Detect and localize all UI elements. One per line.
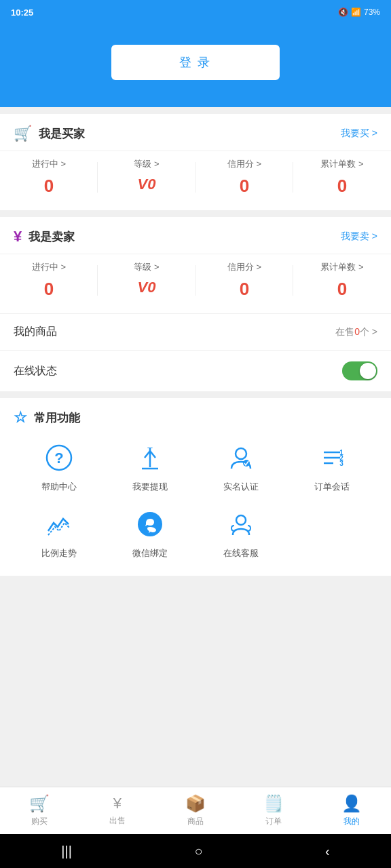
function-wechat-label: 微信绑定 bbox=[132, 547, 168, 559]
buyer-stat-total[interactable]: 累计单数 > 0 bbox=[293, 158, 391, 197]
online-status-row: 在线状态 bbox=[0, 350, 391, 391]
function-order-chat[interactable]: 1 2 3 订单会话 bbox=[286, 440, 377, 493]
status-bar: 10:25 🔇 📶 73% bbox=[0, 0, 391, 24]
seller-stat-ongoing-label: 进行中 > bbox=[32, 261, 66, 273]
buyer-stat-level-value: V0 bbox=[138, 176, 156, 193]
seller-stat-credit-label: 信用分 > bbox=[227, 261, 261, 273]
cart-icon: 🛒 bbox=[14, 125, 32, 142]
seller-stat-ongoing[interactable]: 进行中 > 0 bbox=[0, 261, 98, 300]
buyer-link[interactable]: 我要买 > bbox=[341, 127, 377, 140]
seller-link[interactable]: 我要卖 > bbox=[341, 231, 377, 243]
seller-stat-level-value: V0 bbox=[138, 279, 156, 296]
time-display: 10:25 bbox=[11, 7, 33, 18]
function-verify[interactable]: 实名认证 bbox=[196, 440, 286, 493]
nav-sell-icon: ¥ bbox=[113, 795, 122, 812]
buyer-stat-total-label: 累计单数 > bbox=[320, 158, 363, 170]
wechat-icon bbox=[132, 507, 168, 542]
login-button[interactable]: 登 录 bbox=[111, 45, 279, 80]
seller-section-header: ¥ 我是卖家 我要卖 > bbox=[0, 217, 391, 254]
function-service-label: 在线客服 bbox=[223, 547, 259, 559]
online-status-label: 在线状态 bbox=[14, 364, 57, 378]
function-trend-label: 比例走势 bbox=[41, 547, 77, 559]
buyer-stat-ongoing[interactable]: 进行中 > 0 bbox=[0, 158, 98, 197]
functions-title: ☆ 常用功能 bbox=[14, 409, 377, 427]
svg-text:?: ? bbox=[54, 450, 63, 467]
function-help[interactable]: ? 帮助中心 bbox=[14, 440, 105, 493]
svg-text:3: 3 bbox=[339, 460, 343, 467]
seller-stat-credit[interactable]: 信用分 > 0 bbox=[196, 261, 293, 300]
seller-stat-credit-value: 0 bbox=[240, 279, 249, 300]
nav-order-icon: 🗒️ bbox=[263, 794, 284, 813]
nav-order-label: 订单 bbox=[265, 816, 282, 827]
buyer-title: 🛒 我是买家 bbox=[14, 125, 85, 142]
bottom-nav: 🛒 购买 ¥ 出售 📦 商品 🗒️ 订单 👤 我的 bbox=[0, 787, 391, 834]
buyer-stats-row: 进行中 > 0 等级 > V0 信用分 > 0 累计单数 > 0 bbox=[0, 151, 391, 210]
withdraw-icon: T bbox=[132, 440, 168, 475]
nav-order[interactable]: 🗒️ 订单 bbox=[235, 794, 313, 827]
home-button[interactable]: ○ bbox=[194, 844, 202, 859]
my-products-row[interactable]: 我的商品 在售0个 > bbox=[0, 313, 391, 350]
my-products-label: 我的商品 bbox=[14, 325, 57, 339]
nav-goods[interactable]: 📦 商品 bbox=[156, 794, 234, 827]
online-status-toggle[interactable] bbox=[342, 361, 377, 380]
trend-icon bbox=[41, 507, 77, 542]
buyer-title-text: 我是买家 bbox=[39, 126, 85, 142]
function-help-label: 帮助中心 bbox=[41, 481, 77, 493]
svg-point-6 bbox=[243, 460, 250, 467]
nav-goods-label: 商品 bbox=[187, 816, 204, 827]
buyer-stat-credit[interactable]: 信用分 > 0 bbox=[196, 158, 293, 197]
function-service[interactable]: 在线客服 bbox=[196, 507, 286, 559]
buyer-card: 🛒 我是买家 我要买 > 进行中 > 0 等级 > V0 信用分 > 0 累计单… bbox=[0, 114, 391, 210]
nav-sell[interactable]: ¥ 出售 bbox=[78, 795, 156, 827]
status-icons: 🔇 📶 73% bbox=[338, 7, 380, 17]
nav-buy[interactable]: 🛒 购买 bbox=[0, 794, 78, 827]
verify-icon bbox=[223, 440, 259, 475]
functions-title-text: 常用功能 bbox=[34, 410, 80, 426]
system-nav-bar: ||| ○ ‹ bbox=[0, 834, 391, 868]
nav-mine-icon: 👤 bbox=[341, 794, 362, 813]
seller-stat-level[interactable]: 等级 > V0 bbox=[98, 261, 196, 300]
nav-goods-icon: 📦 bbox=[185, 794, 206, 813]
seller-stat-total-value: 0 bbox=[337, 279, 347, 300]
svg-point-5 bbox=[236, 448, 246, 459]
function-withdraw[interactable]: T 我要提现 bbox=[105, 440, 196, 493]
order-chat-icon: 1 2 3 bbox=[314, 440, 350, 475]
functions-section: ☆ 常用功能 ? 帮助中心 T 我要提现 bbox=[0, 398, 391, 576]
buyer-stat-credit-label: 信用分 > bbox=[227, 158, 261, 170]
star-icon: ☆ bbox=[14, 409, 27, 427]
back-button[interactable]: ‹ bbox=[325, 844, 330, 859]
function-verify-label: 实名认证 bbox=[223, 481, 259, 493]
seller-stat-ongoing-value: 0 bbox=[44, 279, 54, 300]
buyer-stat-level[interactable]: 等级 > V0 bbox=[98, 158, 196, 197]
function-wechat[interactable]: 微信绑定 bbox=[105, 507, 196, 559]
seller-title: ¥ 我是卖家 bbox=[14, 228, 75, 245]
battery-display: 73% bbox=[364, 7, 380, 17]
buyer-section-header: 🛒 我是买家 我要买 > bbox=[0, 114, 391, 151]
function-order-chat-label: 订单会话 bbox=[314, 481, 350, 493]
nav-sell-label: 出售 bbox=[109, 815, 126, 827]
my-products-value: 在售0个 > bbox=[335, 326, 377, 338]
yen-icon: ¥ bbox=[14, 228, 22, 245]
buyer-stat-total-value: 0 bbox=[337, 176, 347, 197]
nav-buy-label: 购买 bbox=[31, 816, 48, 827]
nav-buy-icon: 🛒 bbox=[29, 794, 50, 813]
function-trend[interactable]: 比例走势 bbox=[14, 507, 105, 559]
seller-stat-level-label: 等级 > bbox=[134, 261, 159, 273]
product-count: 0 bbox=[354, 326, 360, 337]
service-icon bbox=[223, 507, 259, 542]
recent-apps-button[interactable]: ||| bbox=[61, 844, 72, 859]
nav-mine-label: 我的 bbox=[343, 816, 360, 827]
seller-stats-row: 进行中 > 0 等级 > V0 信用分 > 0 累计单数 > 0 bbox=[0, 254, 391, 313]
wifi-icon: 📶 bbox=[351, 7, 361, 17]
help-icon: ? bbox=[41, 440, 77, 475]
buyer-stat-ongoing-value: 0 bbox=[44, 176, 54, 197]
nav-mine[interactable]: 👤 我的 bbox=[313, 794, 391, 827]
buyer-stat-ongoing-label: 进行中 > bbox=[32, 158, 66, 170]
function-withdraw-label: 我要提现 bbox=[132, 481, 168, 493]
functions-grid: ? 帮助中心 T 我要提现 bbox=[14, 440, 377, 559]
seller-stat-total-label: 累计单数 > bbox=[320, 261, 363, 273]
buyer-stat-credit-value: 0 bbox=[240, 176, 249, 197]
seller-stat-total[interactable]: 累计单数 > 0 bbox=[293, 261, 391, 300]
buyer-stat-level-label: 等级 > bbox=[134, 158, 159, 170]
header-section: 登 录 bbox=[0, 24, 391, 107]
